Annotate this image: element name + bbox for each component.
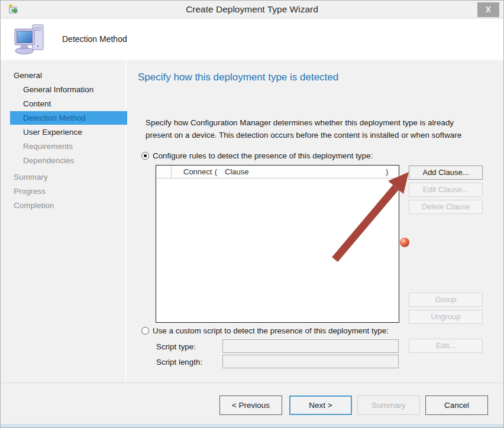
footer-divider: [1, 382, 503, 383]
script-type-field: [222, 339, 399, 353]
delete-clause-button: Delete Clause: [409, 200, 483, 214]
sidebar-item-user-experience[interactable]: User Experience: [10, 125, 127, 139]
cancel-button[interactable]: Cancel: [425, 395, 488, 415]
ungroup-button: Ungroup: [409, 310, 483, 324]
sidebar-item-completion: Completion: [10, 199, 127, 212]
sidebar-item-dependencies: Dependencies: [10, 154, 127, 167]
custom-script-radio-label: Use a custom script to detect the presen…: [153, 326, 389, 335]
previous-button[interactable]: < Previous: [219, 395, 282, 415]
header-connect-column: Connect: [172, 166, 207, 178]
script-type-label: Script type:: [156, 342, 196, 351]
summary-button: Summary: [357, 395, 420, 415]
configure-rules-radio[interactable]: Configure rules to detect the presence o…: [141, 151, 373, 160]
sidebar-item-progress: Progress: [10, 184, 127, 198]
sidebar-item-general-information[interactable]: General Information: [10, 83, 127, 96]
next-button[interactable]: Next >: [289, 395, 352, 415]
rules-table-header: Connect ( Clause ): [156, 166, 399, 179]
window-bottom-edge: [1, 423, 503, 427]
header-open-paren-column: (: [207, 166, 225, 178]
header-icon-column: [156, 166, 172, 178]
computer-icon: [14, 22, 48, 56]
error-ball-icon: [400, 238, 409, 247]
edit-clause-button: Edit Clause...: [409, 183, 483, 197]
description-line-2: present on a device. This detection occu…: [146, 131, 461, 140]
content-heading: Specify how this deployment type is dete…: [138, 72, 338, 83]
title-bar[interactable]: Create Deployment Type Wizard X: [1, 1, 503, 18]
detection-rules-table[interactable]: Connect ( Clause ): [156, 165, 399, 323]
add-clause-button[interactable]: Add Clause...: [409, 166, 483, 180]
custom-script-radio[interactable]: Use a custom script to detect the presen…: [141, 326, 389, 335]
sidebar-item-detection-method[interactable]: Detection Method: [10, 111, 127, 125]
radio-selected-icon[interactable]: [141, 152, 149, 160]
wizard-dialog: Create Deployment Type Wizard X Detectio…: [0, 0, 504, 428]
radio-unselected-icon[interactable]: [141, 327, 149, 335]
window-title: Create Deployment Type Wizard: [1, 4, 503, 15]
header-clause-column: Clause: [225, 166, 386, 178]
wizard-header: Detection Method: [1, 19, 503, 60]
group-button: Group: [409, 293, 483, 307]
sidebar-item-general[interactable]: General: [10, 69, 127, 82]
description-line-1: Specify how Configuration Manager determ…: [146, 118, 454, 127]
page-title: Detection Method: [62, 34, 127, 44]
sidebar-item-requirements: Requirements: [10, 140, 127, 153]
header-close-paren-column: ): [386, 166, 399, 178]
script-length-label: Script length:: [156, 358, 202, 367]
sidebar-item-content[interactable]: Content: [10, 97, 127, 111]
script-length-field: [222, 355, 399, 368]
configure-rules-radio-label: Configure rules to detect the presence o…: [153, 151, 373, 160]
close-button[interactable]: X: [477, 2, 499, 17]
sidebar-item-summary: Summary: [10, 170, 127, 184]
edit-script-button: Edit...: [409, 339, 483, 353]
wizard-sidebar: General General Information Content Dete…: [1, 60, 127, 382]
